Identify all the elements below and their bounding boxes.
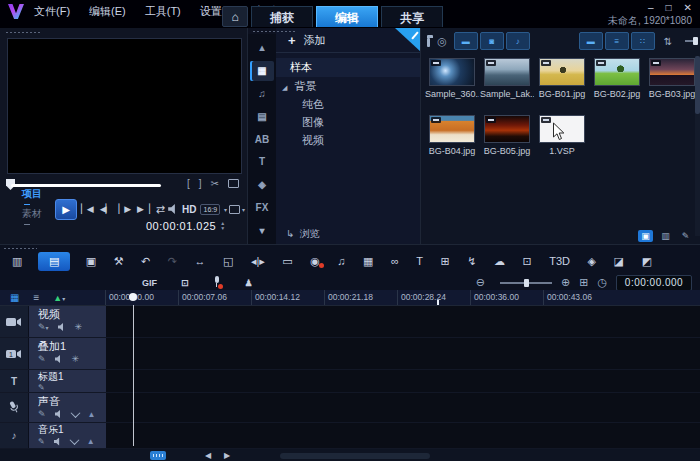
scrubber-track[interactable] (11, 184, 161, 187)
chevron-down-icon[interactable]: ▾ (242, 206, 245, 213)
fit-project-icon[interactable]: ⊞ (579, 276, 588, 289)
screen-capture-button[interactable]: ⊡ (181, 278, 189, 288)
stop-motion-button[interactable]: ♟ (245, 278, 253, 288)
gif-creator-button[interactable]: GIF (142, 278, 157, 288)
clip-mode-button[interactable]: 素材 (22, 209, 50, 229)
expand-icon[interactable]: ◢ (282, 84, 287, 91)
scroll-up-icon[interactable]: ▴ (250, 38, 274, 58)
enlarge-timeline-button[interactable]: ◱ (221, 255, 235, 268)
track-header[interactable]: 标题1 ✎ (29, 370, 106, 392)
go-end-button[interactable]: ▶▕ (134, 204, 153, 214)
tools-button[interactable]: ⚒ (112, 255, 126, 268)
clock-icon[interactable]: ◷ (597, 276, 607, 289)
media-library-icon[interactable]: ▦ (250, 61, 274, 81)
mark-out-icon[interactable]: ] (199, 178, 202, 189)
filter-audio-icon[interactable]: ♪ (506, 32, 530, 50)
title-library-icon[interactable]: T (250, 152, 274, 172)
gallery-item-bg-b03[interactable]: BG-B03.jpg (645, 56, 699, 113)
timeline-scrollbar[interactable] (280, 453, 430, 459)
track-header[interactable]: 叠加1 ✎ ✳ (29, 338, 106, 369)
split-screen-button[interactable]: ⊞ (439, 255, 452, 268)
motion-tracking-button[interactable]: ↯ (465, 255, 478, 268)
media-thumbnail[interactable] (484, 58, 530, 86)
timecode-value[interactable]: 00:00:01.025 (146, 220, 216, 232)
import-folder-icon[interactable] (427, 38, 430, 47)
sound-mixer-icon[interactable]: ▲ (87, 437, 95, 446)
browse-row[interactable]: ↳ 浏览 (276, 226, 421, 241)
track-mute-icon[interactable] (55, 355, 63, 363)
thumbnail-size-slider[interactable] (685, 40, 695, 42)
graphics-library-icon[interactable]: ◈ (250, 175, 274, 195)
project-mode-button[interactable]: 项目 (22, 189, 50, 209)
tree-item[interactable]: 图像 (276, 113, 421, 131)
split-clip-button[interactable]: ◂|▸ (249, 255, 267, 268)
track-lane[interactable] (106, 393, 700, 422)
gallery-item-sample-lak[interactable]: Sample_Lak... (480, 56, 534, 113)
track-link-icon[interactable]: ✎ (38, 437, 45, 446)
tab-capture[interactable]: 捕获 (251, 6, 313, 27)
pan-zoom-button[interactable]: ∞ (389, 255, 401, 267)
volume-icon[interactable] (168, 204, 178, 214)
panel-grip[interactable] (252, 30, 296, 33)
3d-title-button[interactable]: T3D (547, 255, 572, 267)
filter-photo-icon[interactable]: ◙ (480, 32, 504, 50)
display-size-select[interactable] (229, 205, 240, 214)
loop-button[interactable]: ⇄ (152, 203, 168, 216)
audio-adjust-button[interactable]: ♫ (335, 255, 347, 267)
scroll-right-icon[interactable]: ▶ (224, 451, 230, 460)
face-effects-button[interactable]: ⊡ (521, 255, 534, 268)
gallery-item-bg-b01[interactable]: BG-B01.jpg (535, 56, 589, 113)
timeline-ruler[interactable]: ▦ ≡ ▲▾ 00:00:00.0000:00:07.0600:00:14.12… (0, 290, 700, 306)
playhead-handle[interactable] (129, 293, 137, 301)
color-grading-button[interactable]: ◩ (639, 255, 653, 268)
track-link-icon[interactable]: ✎ (38, 354, 46, 364)
microphone-icon[interactable] (0, 393, 29, 422)
instant-effect-icon[interactable]: ✳ (72, 354, 80, 364)
fx-library-icon[interactable]: FX (250, 197, 274, 217)
track-header[interactable]: 视频 ✎▾ ✳ (29, 306, 106, 337)
tab-edit[interactable]: 编辑 (316, 6, 378, 27)
trim-clip-button[interactable]: ▭ (280, 255, 294, 268)
track-link-icon[interactable]: ✎ (38, 409, 46, 419)
storyboard-view-button[interactable]: ▥ (10, 255, 24, 268)
show-clips-icon[interactable]: ▣ (638, 230, 653, 242)
mask-creator-button[interactable]: ☁ (492, 255, 507, 268)
media-thumbnail[interactable] (429, 115, 475, 143)
sound-mixer-icon[interactable]: ▲ (88, 410, 96, 419)
minimize-icon[interactable]: – (648, 2, 654, 13)
record-capture-button[interactable]: ◉ (308, 255, 322, 268)
mark-in-icon[interactable]: [ (187, 178, 190, 189)
title-track-icon[interactable]: T (0, 370, 29, 392)
menu-tools[interactable]: 工具(T) (145, 4, 181, 19)
fade-icon[interactable] (69, 435, 79, 445)
playhead-line[interactable] (133, 305, 134, 446)
gallery-item-bg-b02[interactable]: BG-B02.jpg (590, 56, 644, 113)
instant-project-icon[interactable]: ▤ (250, 106, 274, 126)
view-thumbs-icon[interactable]: ▬ (579, 32, 603, 50)
media-thumbnail[interactable] (429, 58, 475, 86)
scroll-down-icon[interactable]: ▾ (250, 220, 274, 240)
tree-group-background[interactable]: ◢ 背景 (276, 77, 421, 95)
tree-item[interactable]: 纯色 (276, 95, 421, 113)
track-lane[interactable] (106, 370, 700, 392)
panel-grip[interactable] (5, 31, 41, 34)
enlarge-preview-icon[interactable] (228, 179, 239, 188)
track-lane[interactable] (106, 338, 700, 369)
split-scissors-icon[interactable]: ✂ (211, 178, 219, 189)
view-grid-icon[interactable]: ∷ (631, 32, 655, 50)
track-header[interactable]: 声音 ✎ ▲ (29, 393, 106, 422)
gallery-item-bg-b04[interactable]: BG-B04.jpg (425, 113, 479, 170)
track-mute-icon[interactable] (55, 410, 63, 418)
go-start-button[interactable]: ▏◀ (77, 204, 96, 214)
maximize-icon[interactable]: □ (666, 2, 672, 13)
panel-grip[interactable] (3, 247, 37, 250)
filter-video-icon[interactable]: ▬ (454, 32, 478, 50)
play-button[interactable]: ▶ (55, 199, 78, 220)
redo-button[interactable]: ↷ (166, 255, 179, 268)
close-icon[interactable]: ✕ (684, 2, 692, 13)
gallery-item-sample-360[interactable]: Sample_360... (425, 56, 479, 113)
tree-item-sample[interactable]: 样本 (276, 58, 421, 77)
track-lane[interactable] (106, 423, 700, 448)
music-note-icon[interactable]: ♪ (0, 423, 29, 448)
media-thumbnail[interactable] (594, 58, 640, 86)
